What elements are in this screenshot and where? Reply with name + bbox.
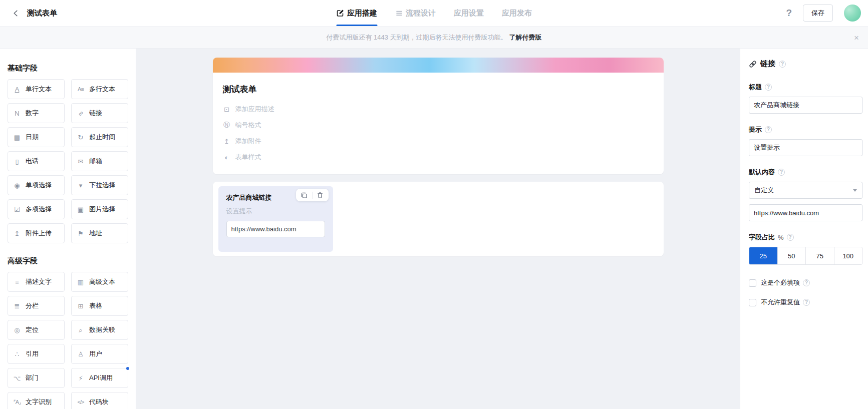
style-palette-icon: ◐ bbox=[223, 154, 231, 161]
reference-icon: ∴ bbox=[13, 351, 21, 357]
section-title-basic: 基础字段 bbox=[8, 64, 128, 73]
tab-flow-design[interactable]: 流程设计 bbox=[395, 0, 436, 26]
field-label: 数字 bbox=[26, 109, 39, 118]
tab-app-publish[interactable]: 应用发布 bbox=[502, 0, 532, 26]
multi-line-text-icon: A≡ bbox=[77, 87, 85, 92]
clock-range-icon: ↻ bbox=[77, 134, 85, 141]
help-circle-icon[interactable]: ? bbox=[779, 61, 786, 68]
sidebar-item-columns[interactable]: ≣分栏 bbox=[8, 296, 65, 316]
sidebar-item-dropdown-select[interactable]: ▾下拉选择 bbox=[71, 175, 128, 195]
unique-checkbox[interactable] bbox=[749, 299, 756, 306]
selected-link-field[interactable]: 农产品商城链接 设置提示 bbox=[218, 186, 333, 252]
help-circle-icon[interactable]: ? bbox=[778, 169, 785, 176]
required-check-row: 这是个必填项? bbox=[749, 278, 862, 287]
add-attachment-option[interactable]: ↥ 添加附件 bbox=[223, 133, 654, 149]
width-option-25[interactable]: 25 bbox=[749, 247, 777, 264]
field-label: 定位 bbox=[26, 325, 39, 334]
save-button[interactable]: 保存 bbox=[803, 5, 833, 22]
ocr-icon: ⌜A⌟ bbox=[13, 399, 21, 405]
sidebar-item-description-text[interactable]: ≡描述文字 bbox=[8, 272, 65, 292]
page-title: 测试表单 bbox=[27, 9, 57, 18]
sidebar-item-multi-line-text[interactable]: A≡多行文本 bbox=[71, 79, 128, 99]
field-label: 单行文本 bbox=[26, 85, 52, 94]
trial-upgrade-link[interactable]: 了解付费版 bbox=[509, 33, 542, 42]
sidebar-item-date[interactable]: ▤日期 bbox=[8, 127, 65, 147]
sidebar-item-radio-select[interactable]: ◉单项选择 bbox=[8, 175, 65, 195]
sidebar-item-user[interactable]: ♙用户 bbox=[71, 344, 128, 364]
form-title[interactable]: 测试表单 bbox=[223, 84, 654, 95]
tab-app-build[interactable]: 应用搭建 bbox=[336, 0, 377, 26]
sidebar-item-reference[interactable]: ∴引用 bbox=[8, 344, 65, 364]
hint-label: 提示 bbox=[749, 125, 762, 134]
image-icon: ▣ bbox=[77, 206, 85, 213]
location-flag-icon: ⚑ bbox=[77, 230, 85, 237]
help-circle-icon[interactable]: ? bbox=[765, 84, 772, 91]
table-icon: ⊞ bbox=[77, 303, 85, 309]
sidebar-item-table[interactable]: ⊞表格 bbox=[71, 296, 128, 316]
field-label: 邮箱 bbox=[89, 157, 102, 166]
close-icon[interactable]: × bbox=[854, 33, 859, 42]
add-description-option[interactable]: ⊡ 添加应用描述 bbox=[223, 101, 654, 117]
option-label: 编号格式 bbox=[235, 121, 261, 130]
sidebar-item-data-link[interactable]: ⌕数据关联 bbox=[71, 320, 128, 340]
sidebar-item-number[interactable]: N数字 bbox=[8, 103, 65, 123]
width-option-75[interactable]: 75 bbox=[805, 247, 834, 264]
avatar[interactable] bbox=[844, 5, 861, 22]
user-icon: ♙ bbox=[77, 351, 85, 357]
copy-icon[interactable] bbox=[301, 191, 308, 199]
sidebar-item-department[interactable]: ⌥部门 bbox=[8, 368, 65, 388]
default-content-select[interactable]: 自定义 bbox=[749, 182, 862, 199]
form-style-option[interactable]: ◐ 表单样式 bbox=[223, 149, 654, 165]
field-label: 单项选择 bbox=[26, 181, 52, 190]
field-label: 起止时间 bbox=[89, 133, 115, 142]
sidebar-item-image-select[interactable]: ▣图片选择 bbox=[71, 199, 128, 219]
help-icon[interactable]: ? bbox=[786, 8, 792, 19]
sidebar-item-ocr[interactable]: ⌜A⌟文字识别 bbox=[8, 392, 65, 409]
form-canvas: 测试表单 ⊡ 添加应用描述 Ⓝ 编号格式 ↥ 添加附件 ◐ bbox=[136, 49, 740, 409]
property-panel: 链接 ? 标题? 提示? 默认内容? 自定义 bbox=[740, 49, 868, 409]
form-banner[interactable] bbox=[213, 58, 664, 73]
sidebar-item-checkbox-select[interactable]: ☑多项选择 bbox=[8, 199, 65, 219]
default-url-input[interactable] bbox=[749, 204, 862, 221]
sidebar-item-api-call[interactable]: ⚡API调用 bbox=[71, 368, 128, 388]
field-label: 文字识别 bbox=[26, 397, 52, 406]
sidebar-item-link[interactable]: ∞链接 bbox=[71, 103, 128, 123]
help-circle-icon[interactable]: ? bbox=[803, 279, 810, 286]
tab-label: 应用发布 bbox=[502, 9, 532, 18]
percent-unit: % bbox=[778, 234, 784, 241]
width-option-100[interactable]: 100 bbox=[834, 247, 862, 264]
comment-icon: ⊡ bbox=[223, 106, 231, 113]
number-format-option[interactable]: Ⓝ 编号格式 bbox=[223, 117, 654, 133]
tab-app-settings[interactable]: 应用设置 bbox=[454, 0, 484, 26]
help-circle-icon[interactable]: ? bbox=[787, 234, 794, 241]
tab-label: 应用搭建 bbox=[347, 9, 377, 18]
sidebar-item-date-range[interactable]: ↻起止时间 bbox=[71, 127, 128, 147]
sidebar-item-email[interactable]: ✉邮箱 bbox=[71, 151, 128, 171]
trash-icon[interactable] bbox=[317, 191, 324, 199]
sidebar-item-address[interactable]: ⚑地址 bbox=[71, 223, 128, 243]
sidebar-item-rich-text[interactable]: ▥高级文本 bbox=[71, 272, 128, 292]
field-label: 日期 bbox=[26, 133, 39, 142]
field-row-card: 农产品商城链接 设置提示 bbox=[213, 182, 664, 256]
sidebar-item-code-block[interactable]: </>代码块 bbox=[71, 392, 128, 409]
help-circle-icon[interactable]: ? bbox=[765, 126, 772, 133]
sidebar-item-single-line-text[interactable]: A单行文本 bbox=[8, 79, 65, 99]
required-checkbox[interactable] bbox=[749, 279, 756, 287]
number-format-icon: Ⓝ bbox=[223, 121, 231, 130]
api-badge-dot bbox=[126, 367, 129, 370]
field-url-input[interactable] bbox=[226, 221, 325, 237]
sidebar-item-attachment-upload[interactable]: ↥附件上传 bbox=[8, 223, 65, 243]
phone-icon: ▯ bbox=[13, 158, 21, 165]
help-circle-icon[interactable]: ? bbox=[803, 299, 810, 306]
sidebar-item-phone[interactable]: ▯电话 bbox=[8, 151, 65, 171]
upload-icon: ↥ bbox=[223, 138, 231, 145]
title-input[interactable] bbox=[749, 97, 862, 114]
option-label: 添加附件 bbox=[235, 137, 261, 146]
back-icon[interactable] bbox=[10, 8, 21, 19]
sidebar-item-location[interactable]: ◎定位 bbox=[8, 320, 65, 340]
option-label: 表单样式 bbox=[235, 153, 261, 162]
width-option-50[interactable]: 50 bbox=[777, 247, 806, 264]
hint-input[interactable] bbox=[749, 139, 862, 156]
api-icon: ⚡ bbox=[77, 375, 85, 381]
field-label: 多项选择 bbox=[26, 205, 52, 214]
